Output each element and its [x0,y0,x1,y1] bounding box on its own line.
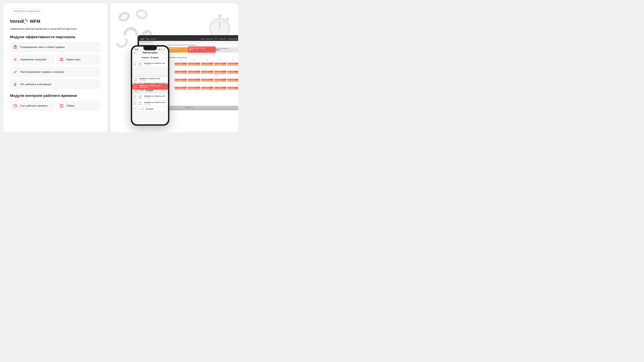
svg-point-4 [14,83,16,85]
phone-title-bar: ‹ Рабочий график [132,51,168,55]
brand-product: WFM [30,19,40,24]
deco-arc-2 [116,38,131,50]
module-label: Планирование смен и гибкие графики [20,45,64,49]
deco-ring-2 [134,8,149,20]
svg-point-7 [118,12,130,22]
chevron-left-icon[interactable]: ‹ [136,57,136,58]
schedule-item[interactable]: Сб9 10:0022:00Хабаровск, ул. Шелеста, д.… [134,100,166,106]
crumb-detail: Торговая точка №100500 Март 2023 (Не утв… [167,44,196,45]
back-icon[interactable]: ‹ [134,51,135,54]
clock-icon [13,104,18,108]
module-label: Табель [66,104,75,107]
svg-point-8 [136,9,148,19]
efficiency-section-title: Модули эффективности персонала [10,35,100,39]
stat-card-reserve: Доступный резерв ФРВ378 ч [214,47,238,53]
module-label: Прогнозирование трафика и нагрузки [20,70,64,73]
module-label: Учет рабочего времени [20,104,48,107]
brand: Imredi WFM [10,18,100,24]
module-timesheet[interactable]: Табель [56,100,100,111]
svg-rect-11 [218,14,221,17]
module-label: KPI, рейтинги и мотивация [20,83,51,86]
schedule-item[interactable]: Пн4 10:0022:00Хабаровск, ул. Шелеста, д.… [134,61,166,67]
app-date: Среда, 15 марта 2023 [201,38,213,39]
module-kpi[interactable]: KPI, рейтинги и мотивация [10,79,100,89]
calendar-title: март 2023 (Часовой пояс: Europe/Moscow) [161,56,238,59]
module-load-management[interactable]: Управление нагрузкой [10,54,54,65]
phone-signal-icons: 📶 📡 🔋 [158,48,165,50]
date-range: 4 апрель - 10 апрель [142,57,159,58]
module-shift-exchange[interactable]: Биржа смен [56,54,100,65]
award-icon [13,82,18,86]
schedule-item[interactable]: Пт8 10:0022:00Хабаровск, ул. Шелеста, д.… [134,94,166,100]
phone-time: 5:13 [135,48,138,50]
module-forecasting[interactable]: Прогнозирование трафика и нагрузки [10,67,100,77]
calendar-check-icon [59,104,64,108]
category-chip: Управление сотрудниками [10,8,43,13]
clipboard-icon [13,45,18,49]
gear-icon [13,57,18,62]
chevron-right-icon[interactable]: › [164,57,165,58]
swap-vertical-icon [59,57,64,62]
calendar-header: Недпнвтсрчтпт [161,59,238,61]
module-label: Управление нагрузкой [20,58,46,61]
app-done-count: Выполнено сегодня: 4 [228,39,238,40]
calendar-grid: март 2023 (Часовой пояс: Europe/Moscow) … [161,56,238,105]
module-shift-planning[interactable]: Планирование смен и гибкие графики [10,42,100,52]
preview-panel: Imredi Digital - платформа Среда, 15 мар… [111,3,238,132]
stat-card-exchange: Запланировано по бирже75 ч [188,46,216,53]
svg-rect-6 [60,105,63,107]
schedule-item-exchange[interactable]: 17:0022:00Хабаровск, ул. Шелеста, д. 85З… [132,84,168,89]
schedule-item[interactable]: Вс 10:00Выходной [134,107,166,111]
deco-ring-1 [118,10,131,23]
app-platform: Digital - платформа [146,38,156,39]
trending-up-icon [13,70,18,74]
app-time: 09:43 [214,38,218,39]
module-time-tracking[interactable]: Учет рабочего времени [10,100,54,111]
phone-title-text: Рабочий график [143,52,158,54]
app-group: Мерчандайз.: [219,38,226,39]
app-topbar: Imredi Digital - платформа Среда, 15 мар… [139,37,238,41]
brand-logo: Imredi [10,18,28,24]
svg-point-2 [15,59,16,60]
module-label: Биржа смен [66,58,80,61]
control-section-title: Модули контроля рабочего времени [10,93,100,98]
app-logo: Imredi [140,38,144,39]
schedule-item-popout[interactable]: Вт5 10:0016:00Хабаровск, ул. Шелеста, д.… [132,77,168,90]
phone-mockup: 5:13 📶 📡 🔋 ‹ Рабочий график ‹ 4 апрель -… [131,45,170,126]
sort-icon[interactable]: ↑↓ [164,89,165,92]
app-subbar: ◉ Сводные показатели [139,41,238,43]
product-panel: Управление сотрудниками Imredi WFM Управ… [3,3,107,132]
date-range-picker[interactable]: ‹ 4 апрель - 10 апрель › [134,55,166,60]
product-subtitle: Управление рабочим временем и нагрузкой … [10,27,100,30]
